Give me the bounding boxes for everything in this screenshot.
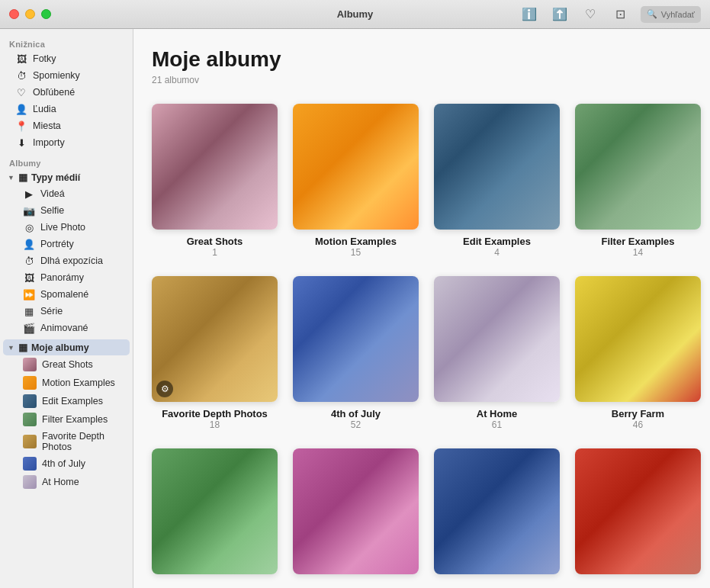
album-item[interactable] <box>293 448 419 580</box>
sidebar-item-label: Animované <box>40 323 88 333</box>
window-title: Albumy <box>337 8 374 20</box>
album-thumbnail <box>293 448 419 574</box>
maximize-button[interactable] <box>41 9 51 19</box>
titlebar-actions: ℹ️ ⬆️ ♡ ⊡ 🔍 Vyhľadať <box>519 6 701 23</box>
album-count: 15 <box>351 247 361 258</box>
album-thumbnail <box>23 457 37 471</box>
album-thumbnail <box>23 358 37 371</box>
long-exp-icon: ⏱ <box>23 255 35 267</box>
selfies-icon: 📷 <box>23 204 35 217</box>
sidebar-item-4th-july[interactable]: 4th of July <box>3 455 130 473</box>
sidebar-item-selfies[interactable]: 📷 Selfie <box>3 202 130 219</box>
disclosure-arrow: ▼ <box>8 174 14 182</box>
people-icon: 👤 <box>15 103 27 115</box>
album-item[interactable] <box>434 448 560 580</box>
sidebar-item-label: 4th of July <box>42 458 85 469</box>
sidebar-item-favorites[interactable]: ♡ Obľúbené <box>3 84 130 101</box>
album-item[interactable]: Great Shots1 <box>152 104 278 258</box>
album-name: Motion Examples <box>315 236 397 247</box>
album-thumbnail <box>434 276 560 402</box>
sidebar-item-label: Spomalené <box>40 289 88 300</box>
album-thumbnail <box>575 448 701 574</box>
share-button[interactable]: ⬆️ <box>549 6 570 23</box>
sidebar-item-panoramas[interactable]: 🖼 Panorámy <box>3 269 130 286</box>
window-controls <box>9 9 51 19</box>
album-item[interactable]: Filter Examples14 <box>575 104 701 258</box>
slomo-icon: ⏩ <box>23 288 35 300</box>
sidebar-item-animated[interactable]: 🎬 Animované <box>3 320 130 336</box>
sidebar-item-great-shots[interactable]: Great Shots <box>3 355 130 374</box>
album-count: 61 <box>492 419 502 430</box>
sidebar-item-places[interactable]: 📍 Miesta <box>3 117 130 134</box>
album-item[interactable]: 4th of July52 <box>293 276 419 430</box>
sidebar: Knižnica 🖼 Fotky ⏱ Spomienky ♡ Obľúbené … <box>0 29 133 588</box>
sidebar-item-label: Videá <box>40 188 65 199</box>
sidebar-item-label: Fotky <box>33 53 56 64</box>
album-name: Filter Examples <box>601 236 674 247</box>
album-thumbnail <box>23 413 37 426</box>
sidebar-item-long-exp[interactable]: ⏱ Dlhá expozícia <box>3 252 130 269</box>
album-count: 18 <box>210 419 220 430</box>
album-name: Edit Examples <box>463 236 531 247</box>
sidebar-item-label: Dlhá expozícia <box>40 255 103 266</box>
disclosure-arrow: ▼ <box>8 344 14 352</box>
album-thumbnail <box>23 475 37 489</box>
album-item[interactable] <box>152 448 278 580</box>
sidebar-item-people[interactable]: 👤 Ľudia <box>3 101 130 117</box>
album-name: Berry Farm <box>612 408 664 419</box>
album-subtitle: 21 albumov <box>152 75 692 85</box>
album-thumbnail <box>23 394 37 408</box>
sidebar-item-motion-examples[interactable]: Motion Examples <box>3 374 130 392</box>
folder-icon: ▦ <box>18 172 27 183</box>
panoramas-icon: 🖼 <box>23 272 35 284</box>
media-types-header[interactable]: ▼ ▦ Typy médií <box>3 169 130 185</box>
animated-icon: 🎬 <box>23 322 35 334</box>
album-item[interactable]: At Home61 <box>434 276 560 430</box>
album-item[interactable]: ⚙Favorite Depth Photos18 <box>152 276 278 430</box>
album-item[interactable] <box>575 448 701 580</box>
favorite-button[interactable]: ♡ <box>580 6 601 23</box>
album-count: 52 <box>351 419 361 430</box>
library-section-header: Knižnica <box>0 35 133 50</box>
sidebar-item-imports[interactable]: ⬇ Importy <box>3 134 130 151</box>
media-types-label: Typy médií <box>31 172 80 183</box>
album-thumbnail <box>23 376 37 390</box>
sidebar-item-memories[interactable]: ⏱ Spomienky <box>3 67 130 84</box>
album-thumbnail <box>293 276 419 402</box>
info-button[interactable]: ℹ️ <box>519 6 540 23</box>
minimize-button[interactable] <box>25 9 35 19</box>
sidebar-item-live[interactable]: ◎ Live Photo <box>3 219 130 236</box>
sidebar-item-slomo[interactable]: ⏩ Spomalené <box>3 286 130 303</box>
live-icon: ◎ <box>23 221 35 233</box>
page-title: Moje albumy <box>152 47 692 72</box>
sidebar-item-at-home[interactable]: At Home <box>3 473 130 491</box>
sidebar-item-filter-examples[interactable]: Filter Examples <box>3 410 130 429</box>
sidebar-item-label: Importy <box>33 137 65 148</box>
sidebar-item-label: Live Photo <box>40 222 85 233</box>
albums-section-header: Albumy <box>0 154 133 169</box>
search-box[interactable]: 🔍 Vyhľadať <box>641 6 701 23</box>
my-albums-header[interactable]: ▼ ▦ Moje albumy <box>3 339 130 355</box>
albums-grid: Great Shots1Motion Examples15Edit Exampl… <box>152 104 692 580</box>
album-name: At Home <box>477 408 517 419</box>
sidebar-item-videos[interactable]: ▶ Videá <box>3 185 130 202</box>
sidebar-item-photos[interactable]: 🖼 Fotky <box>3 50 130 67</box>
series-icon: ▦ <box>23 305 35 317</box>
close-button[interactable] <box>9 9 19 19</box>
sidebar-item-label: Portréty <box>40 239 74 249</box>
airplay-button[interactable]: ⊡ <box>610 6 631 23</box>
album-thumbnail <box>575 276 701 402</box>
sidebar-item-fav-depth[interactable]: Favorite Depth Photos <box>3 429 130 455</box>
album-count: 4 <box>494 247 500 258</box>
album-name: Great Shots <box>187 236 243 247</box>
sidebar-item-label: Obľúbené <box>33 87 75 98</box>
sidebar-item-series[interactable]: ▦ Série <box>3 303 130 320</box>
album-item[interactable]: Edit Examples4 <box>434 104 560 258</box>
sidebar-item-portraits[interactable]: 👤 Portréty <box>3 236 130 252</box>
album-item[interactable]: Berry Farm46 <box>575 276 701 430</box>
album-item[interactable]: Motion Examples15 <box>293 104 419 258</box>
app-container: Knižnica 🖼 Fotky ⏱ Spomienky ♡ Obľúbené … <box>0 29 710 588</box>
album-thumbnail <box>434 448 560 574</box>
album-count: 14 <box>633 247 643 258</box>
sidebar-item-edit-examples[interactable]: Edit Examples <box>3 392 130 410</box>
